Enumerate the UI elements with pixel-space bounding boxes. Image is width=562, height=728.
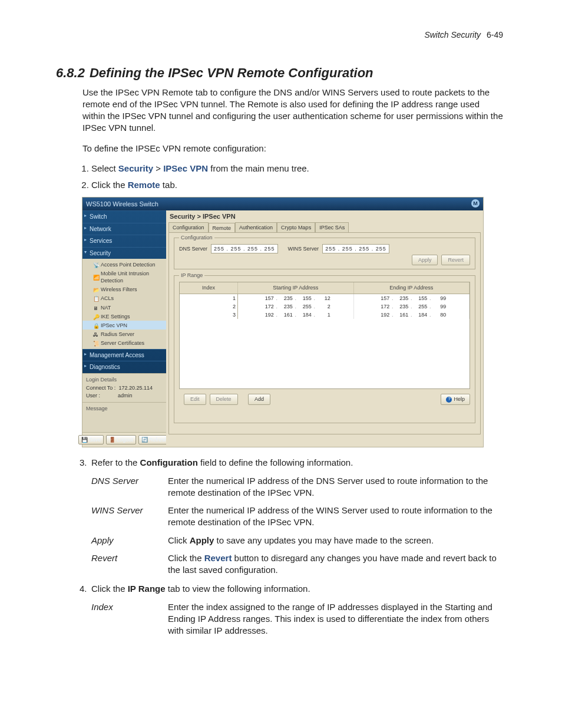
brand-logo-icon: M xyxy=(471,199,480,207)
intro-paragraph: Use the IPSec VPN Remote tab to configur… xyxy=(82,87,503,134)
definitions-config: DNS Server Enter the numerical IP addres… xyxy=(91,475,503,577)
sub-wireless-filters[interactable]: 📂Wireless Filters xyxy=(82,285,166,294)
security-subtree: 📡Access Point Detection 📶Mobile Unit Int… xyxy=(82,259,166,348)
sidebar-item-management[interactable]: Management Access xyxy=(82,349,166,361)
running-header: Switch Security 6-49 xyxy=(56,29,503,41)
sub-server-certificates[interactable]: 📜Server Certificates xyxy=(82,339,166,348)
save-button[interactable]: 💾Save xyxy=(78,435,104,444)
sidebar-item-network[interactable]: Network xyxy=(82,223,166,235)
ip-range-group: IP Range Index Starting IP Address Endin… xyxy=(174,275,475,423)
edit-button[interactable]: Edit xyxy=(184,394,206,404)
sidebar-item-services[interactable]: Services xyxy=(82,235,166,247)
logout-icon: 🚪 xyxy=(109,436,115,443)
message-panel: Message xyxy=(82,402,166,432)
wins-label: WINS Server xyxy=(288,245,319,252)
tree-icon: 📋 xyxy=(93,295,99,301)
tree-icon: 📡 xyxy=(93,262,99,268)
tab-remote[interactable]: Remote xyxy=(209,223,236,233)
def-wins: WINS Server Enter the numerical IP addre… xyxy=(91,505,503,529)
delete-button[interactable]: Delete xyxy=(210,394,238,404)
tree-icon: 📂 xyxy=(93,286,99,292)
sub-ike-settings[interactable]: 🔑IKE Settings xyxy=(82,312,166,321)
table-row[interactable]: 2172.235.255.2172.235.255.99 xyxy=(180,302,470,311)
iprange-legend: IP Range xyxy=(179,272,204,279)
step-list-continued: 3. Refer to the Configuration field to d… xyxy=(91,457,503,469)
tab-configuration[interactable]: Configuration xyxy=(168,222,209,232)
configuration-group: Configuration DNS Server 255 . 255 . 255… xyxy=(174,238,475,269)
sub-radius-server[interactable]: 🖧Radius Server xyxy=(82,330,166,338)
tab-crypto-maps[interactable]: Crypto Maps xyxy=(277,222,315,232)
tab-ipsec-sas[interactable]: IPSec SAs xyxy=(315,222,349,232)
config-legend: Configuration xyxy=(179,234,214,241)
app-screenshot: WS5100 Wireless Switch M Switch Network … xyxy=(82,197,484,447)
def-apply: Apply Click Apply to save any updates yo… xyxy=(91,535,503,546)
table-row[interactable]: 3192.161.184.1192.161.184.80 xyxy=(180,311,470,319)
dns-server-input[interactable]: 255 . 255 . 255 . 255 xyxy=(211,244,278,253)
revert-button[interactable]: Revert xyxy=(441,255,470,265)
tree-icon: 📶 xyxy=(93,274,99,280)
add-button[interactable]: Add xyxy=(248,394,270,404)
tree-icon: 🔑 xyxy=(93,314,99,319)
sub-acls[interactable]: 📋ACLs xyxy=(82,294,166,303)
wins-server-input[interactable]: 255 . 255 . 255 . 255 xyxy=(322,244,389,253)
breadcrumb: Security > IPSec VPN xyxy=(166,210,483,221)
lead-in: To define the IPSEc VPN remote configura… xyxy=(82,143,503,154)
sidebar-item-security[interactable]: Security xyxy=(82,247,166,259)
step-list-continued-2: 4. Click the IP Range tab to view the fo… xyxy=(91,583,503,595)
def-dns: DNS Server Enter the numerical IP addres… xyxy=(91,475,503,499)
step-2: Click the Remote tab. xyxy=(91,179,503,191)
sidebar-item-diagnostics[interactable]: Diagnostics xyxy=(82,361,166,373)
logout-button[interactable]: 🚪Logout xyxy=(106,435,136,444)
table-row[interactable]: 1157.235.155.12157.235.155.99 xyxy=(180,294,470,302)
definitions-iprange: Index Enter the index assigned to the ra… xyxy=(91,601,503,637)
ip-range-table: Index Starting IP Address Ending IP Addr… xyxy=(179,282,470,389)
tree-icon: 📜 xyxy=(93,340,99,346)
section-heading: 6.8.2Defining the IPSec VPN Remote Confi… xyxy=(56,64,503,82)
tab-authentication[interactable]: Authentication xyxy=(235,222,277,232)
col-end-ip: Ending IP Address xyxy=(353,282,470,294)
def-revert: Revert Click the Revert button to disreg… xyxy=(91,552,503,577)
tree-icon: 🖧 xyxy=(93,331,99,337)
sub-ipsec-vpn[interactable]: 🔒IPSec VPN xyxy=(82,321,166,330)
step-list: Select Security > IPSec VPN from the mai… xyxy=(91,163,503,192)
main-panel: Security > IPSec VPN Configuration Remot… xyxy=(166,210,483,447)
refresh-icon: 🔄 xyxy=(141,436,148,443)
apply-button[interactable]: Apply xyxy=(412,255,438,265)
sub-nat[interactable]: 🖥NAT xyxy=(82,303,166,312)
col-start-ip: Starting IP Address xyxy=(238,282,354,294)
tab-bar: Configuration Remote Authentication Cryp… xyxy=(168,222,481,232)
step-1: Select Security > IPSec VPN from the mai… xyxy=(91,163,503,174)
dns-label: DNS Server xyxy=(179,245,207,252)
help-icon: ? xyxy=(446,397,452,403)
titlebar: WS5100 Wireless Switch M xyxy=(82,197,483,210)
step-3: 3. Refer to the Configuration field to d… xyxy=(91,457,503,469)
step-4: 4. Click the IP Range tab to view the fo… xyxy=(91,583,503,595)
sidebar-buttons: 💾Save 🚪Logout 🔄Refresh xyxy=(82,432,166,447)
sub-access-point-detection[interactable]: 📡Access Point Detection xyxy=(82,260,166,269)
col-index: Index xyxy=(180,282,238,294)
sidebar-item-switch[interactable]: Switch xyxy=(82,210,166,223)
page-number: 6-49 xyxy=(487,30,503,39)
help-button[interactable]: ?Help xyxy=(441,394,470,404)
tree-icon: 🖥 xyxy=(93,305,99,311)
sub-mobile-unit-intrusion[interactable]: 📶Mobile Unit Intrusion Detection xyxy=(82,269,166,285)
nav-sidebar: Switch Network Services Security 📡Access… xyxy=(82,210,166,447)
tree-icon: 🔒 xyxy=(93,322,99,328)
login-details: Login Details Connect To : 172.20.25.114… xyxy=(82,373,166,402)
product-name: WS5100 Wireless Switch xyxy=(86,200,158,209)
doc-title: Switch Security xyxy=(424,30,481,39)
def-index: Index Enter the index assigned to the ra… xyxy=(91,601,503,637)
save-icon: 💾 xyxy=(81,436,88,443)
